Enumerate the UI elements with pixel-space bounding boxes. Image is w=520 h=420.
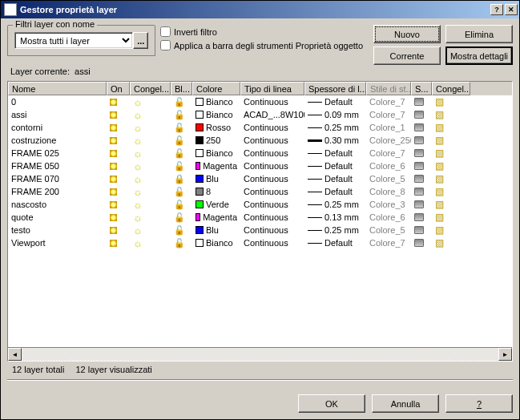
plot-cell[interactable] (411, 134, 432, 147)
column-header[interactable]: Nome (8, 82, 107, 95)
linetype-cell[interactable]: Continuous (240, 224, 304, 236)
color-cell[interactable]: Magenta (192, 211, 240, 224)
freeze-cell[interactable]: ☼ (130, 121, 171, 134)
freeze-vp-cell[interactable]: ▧ (432, 198, 470, 211)
linetype-cell[interactable]: Continuous (240, 185, 304, 198)
lineweight-cell[interactable]: 0.25 mm (304, 224, 366, 236)
freeze-vp-cell[interactable]: ▧ (432, 160, 470, 172)
invert-filter-check[interactable]: Inverti filtro (160, 26, 369, 37)
column-header[interactable]: S... (411, 82, 432, 95)
filter-combo[interactable]: Mostra tutti i layer (14, 32, 133, 49)
on-cell[interactable] (107, 211, 130, 224)
lock-cell[interactable]: 🔒 (171, 172, 192, 185)
freeze-vp-cell[interactable]: ▧ (432, 211, 470, 224)
freeze-vp-cell[interactable]: ▧ (432, 185, 470, 198)
delete-button[interactable]: Elimina (445, 25, 513, 43)
color-cell[interactable]: Bianco (192, 108, 240, 121)
on-cell[interactable] (107, 185, 130, 198)
column-header[interactable]: Stile di st... (366, 82, 411, 95)
plot-cell[interactable] (411, 172, 432, 185)
freeze-cell[interactable]: ☼ (130, 172, 171, 185)
cancel-button[interactable]: Annulla (372, 394, 439, 413)
color-cell[interactable]: Bianco (192, 95, 240, 108)
color-cell[interactable]: Rosso (192, 121, 240, 134)
freeze-cell[interactable]: ☼ (130, 134, 171, 147)
on-cell[interactable] (107, 198, 130, 211)
on-cell[interactable] (107, 147, 130, 160)
h-scrollbar[interactable]: ◄ ► (8, 347, 512, 361)
freeze-cell[interactable]: ☼ (130, 160, 171, 172)
linetype-cell[interactable]: Continuous (240, 95, 304, 108)
linetype-cell[interactable]: Continuous (240, 160, 304, 172)
freeze-cell[interactable]: ☼ (130, 224, 171, 236)
on-cell[interactable] (107, 160, 130, 172)
lineweight-cell[interactable]: Default (304, 160, 366, 172)
column-header[interactable]: Congel... (130, 82, 171, 95)
lineweight-cell[interactable]: 0.30 mm (304, 134, 366, 147)
lock-cell[interactable]: 🔓 (171, 224, 192, 236)
lineweight-cell[interactable]: Default (304, 236, 366, 249)
current-button[interactable]: Corrente (373, 46, 441, 65)
freeze-cell[interactable]: ☼ (130, 185, 171, 198)
apply-toolbar-check[interactable]: Applica a barra degli strumenti Propriet… (160, 40, 369, 50)
lineweight-cell[interactable]: 0.13 mm (304, 211, 366, 224)
column-header[interactable]: Congel... (432, 82, 470, 95)
on-cell[interactable] (107, 134, 130, 147)
freeze-vp-cell[interactable]: ▧ (432, 172, 470, 185)
linetype-cell[interactable]: Continuous (240, 211, 304, 224)
column-header[interactable]: Spessore di l... (304, 82, 366, 95)
color-cell[interactable]: 8 (192, 185, 240, 198)
on-cell[interactable] (107, 236, 130, 249)
lock-cell[interactable]: 🔓 (171, 198, 192, 211)
ok-button[interactable]: OK (298, 394, 365, 413)
freeze-vp-cell[interactable]: ▧ (432, 95, 470, 108)
freeze-vp-cell[interactable]: ▧ (432, 147, 470, 160)
lineweight-cell[interactable]: 0.09 mm (304, 108, 366, 121)
lock-cell[interactable]: 🔓 (171, 236, 192, 249)
freeze-cell[interactable]: ☼ (130, 108, 171, 121)
layer-row[interactable]: quote☼🔓MagentaContinuous0.13 mmColore_6▧ (8, 211, 512, 224)
plot-cell[interactable] (411, 160, 432, 172)
new-button[interactable]: Nuovo (373, 25, 441, 43)
layer-row[interactable]: FRAME 050☼🔓MagentaContinuousDefaultColor… (8, 160, 512, 172)
linetype-cell[interactable]: Continuous (240, 172, 304, 185)
plot-cell[interactable] (411, 147, 432, 160)
layer-row[interactable]: FRAME 025☼🔓BiancoContinuousDefaultColore… (8, 147, 512, 160)
lineweight-cell[interactable]: 0.25 mm (304, 198, 366, 211)
lineweight-cell[interactable]: Default (304, 185, 366, 198)
on-cell[interactable] (107, 172, 130, 185)
freeze-vp-cell[interactable]: ▧ (432, 121, 470, 134)
layer-row[interactable]: FRAME 200☼🔓8ContinuousDefaultColore_8▧ (8, 185, 512, 198)
plot-cell[interactable] (411, 121, 432, 134)
lineweight-cell[interactable]: Default (304, 172, 366, 185)
plot-cell[interactable] (411, 224, 432, 236)
linetype-cell[interactable]: Continuous (240, 121, 304, 134)
on-cell[interactable] (107, 224, 130, 236)
layer-row[interactable]: contorni☼🔓RossoContinuous0.25 mmColore_1… (8, 121, 512, 134)
plot-cell[interactable] (411, 198, 432, 211)
linetype-cell[interactable]: Continuous (240, 147, 304, 160)
lock-cell[interactable]: 🔓 (171, 147, 192, 160)
color-cell[interactable]: Blu (192, 224, 240, 236)
freeze-vp-cell[interactable]: ▧ (432, 134, 470, 147)
layer-row[interactable]: testo☼🔓BluContinuous0.25 mmColore_5▧ (8, 224, 512, 236)
layer-row[interactable]: Viewport☼🔓BiancoContinuousDefaultColore_… (8, 236, 512, 249)
close-button[interactable]: ✕ (505, 4, 518, 15)
column-header[interactable]: Tipo di linea (240, 82, 304, 95)
freeze-vp-cell[interactable]: ▧ (432, 108, 470, 121)
linetype-cell[interactable]: Continuous (240, 134, 304, 147)
freeze-cell[interactable]: ☼ (130, 95, 171, 108)
freeze-vp-cell[interactable]: ▧ (432, 224, 470, 236)
plot-cell[interactable] (411, 95, 432, 108)
freeze-cell[interactable]: ☼ (130, 147, 171, 160)
color-cell[interactable]: 250 (192, 134, 240, 147)
freeze-cell[interactable]: ☼ (130, 236, 171, 249)
details-button[interactable]: Mostra dettagli (445, 46, 513, 65)
layer-row[interactable]: FRAME 070☼🔒BluContinuousDefaultColore_5▧ (8, 172, 512, 185)
plot-cell[interactable] (411, 211, 432, 224)
color-cell[interactable]: Magenta (192, 160, 240, 172)
freeze-cell[interactable]: ☼ (130, 211, 171, 224)
lock-cell[interactable]: 🔓 (171, 134, 192, 147)
layer-row[interactable]: nascosto☼🔓VerdeContinuous0.25 mmColore_3… (8, 198, 512, 211)
help-button[interactable]: ? (490, 4, 503, 15)
